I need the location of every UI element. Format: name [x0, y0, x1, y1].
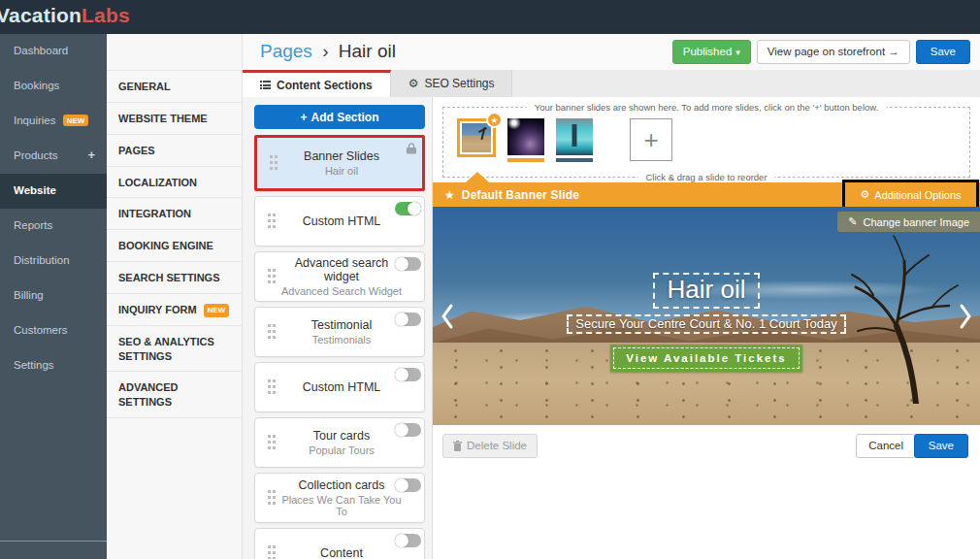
slides-tray-hint-bottom: Click & drag a slide to reorder	[637, 172, 774, 182]
subnav-item[interactable]: SEARCH SETTINGS	[107, 262, 242, 294]
subnav-item[interactable]: SEO & ANALYTICS SETTINGS	[107, 326, 242, 373]
banner-subtitle-editable[interactable]: Secure Your Centre Court & No. 1 Court T…	[567, 314, 845, 334]
subnav-item[interactable]: GENERAL	[107, 71, 242, 103]
sidebar: Dashboard Bookings Inquiries NEW Product…	[0, 34, 107, 559]
lock-icon	[407, 143, 416, 154]
sidebar-item[interactable]: Reports	[0, 209, 107, 244]
tab[interactable]: Content Sections	[243, 70, 391, 97]
change-banner-image-button[interactable]: ✎ Change banner Image	[837, 212, 980, 232]
sidebar-item-label: Reports	[14, 219, 52, 231]
page-header: Pages › Hair oil Published▾ View page on…	[243, 34, 980, 70]
sidebar-item-label: Customers	[14, 324, 68, 336]
slide-thumbnail-planet[interactable]	[507, 118, 544, 155]
drag-handle-icon[interactable]	[268, 214, 271, 216]
drag-handle-icon[interactable]	[268, 490, 271, 493]
plus-icon[interactable]: +	[87, 148, 95, 162]
app-window: VacationLabs Dashboard Bookings Inquirie…	[0, 0, 980, 559]
section-card[interactable]: Banner Slides Hair oil	[254, 135, 425, 191]
sidebar-item[interactable]: Dashboard	[0, 34, 107, 69]
subnav-item-label: PAGES	[118, 145, 155, 156]
published-dropdown-button[interactable]: Published▾	[672, 40, 751, 64]
tab-label: Content Sections	[277, 79, 373, 92]
sidebar-item[interactable]: Settings	[0, 348, 107, 383]
slide-thumbnail-desert[interactable]: ★	[457, 118, 496, 157]
additional-options-button[interactable]: ⚙ Additional Options	[842, 180, 979, 210]
drag-handle-icon[interactable]	[268, 545, 271, 548]
sidebar-divider	[0, 541, 107, 542]
slide-save-button[interactable]: Save	[914, 434, 968, 458]
drag-handle-icon[interactable]	[268, 324, 271, 327]
section-card[interactable]: Tour cards Popular Tours	[254, 417, 425, 468]
subnav-item[interactable]: INTEGRATION	[107, 198, 242, 230]
logo-secondary: Labs	[82, 4, 130, 26]
tab[interactable]: ⚙ SEO Settings	[391, 70, 513, 97]
tab-bar: Content Sections ⚙ SEO Settings	[243, 70, 980, 97]
delete-slide-button[interactable]: Delete Slide	[442, 434, 538, 458]
tab-label: SEO Settings	[424, 77, 494, 90]
section-card-text: Banner Slides Hair oil	[280, 149, 403, 177]
section-visibility-toggle[interactable]	[395, 534, 421, 547]
slide-editor-panel: Your banner slides are shown here. To ad…	[432, 97, 980, 559]
subnav-item[interactable]: WEBSITE THEME	[107, 103, 242, 135]
section-card[interactable]: Custom HTML	[254, 362, 425, 412]
sidebar-item[interactable]: Inquiries NEW	[0, 104, 107, 139]
logo-primary: Vacation	[0, 4, 82, 26]
section-card[interactable]: Advanced search widget Advanced Search W…	[254, 251, 425, 302]
slides-tray-hint-top: Your banner slides are shown here. To ad…	[527, 102, 887, 113]
subnav-item-label: INTEGRATION	[118, 208, 191, 219]
section-visibility-toggle[interactable]	[395, 202, 421, 215]
sidebar-item[interactable]: Website	[0, 174, 107, 209]
section-card-title: Content	[278, 546, 405, 559]
subnav-item[interactable]: ADVANCED SETTINGS	[107, 372, 242, 418]
section-card-title: Collection cards	[278, 478, 405, 492]
sidebar-item[interactable]: Billing	[0, 279, 107, 313]
breadcrumb-separator: ›	[322, 41, 328, 61]
list-icon	[260, 81, 271, 89]
sidebar-item-label: Dashboard	[14, 45, 68, 56]
breadcrumb-pages-link[interactable]: Pages	[260, 41, 312, 61]
subnav-item[interactable]: LOCALIZATION	[107, 167, 242, 199]
settings-subnav-list: GENERAL WEBSITE THEME PAGES LOCALIZATION…	[107, 70, 242, 418]
section-card[interactable]: Testimonial Testimonials	[254, 307, 425, 357]
sidebar-item[interactable]: Distribution	[0, 244, 107, 279]
subnav-item-label: BOOKING ENGINE	[118, 240, 213, 251]
section-card-subtitle: Popular Tours	[278, 444, 405, 456]
section-visibility-toggle[interactable]	[395, 478, 421, 492]
section-visibility-toggle[interactable]	[395, 423, 421, 437]
drag-handle-icon[interactable]	[268, 269, 271, 272]
banner-title-editable[interactable]: Hair oil	[653, 273, 761, 309]
section-card[interactable]: Collection cards Places We Can Take You …	[254, 473, 425, 523]
section-card[interactable]: Content	[254, 528, 425, 559]
section-visibility-toggle[interactable]	[395, 312, 421, 326]
page-save-button[interactable]: Save	[916, 40, 970, 64]
section-visibility-toggle[interactable]	[395, 257, 421, 271]
new-badge: NEW	[204, 304, 230, 317]
section-card-title: Banner Slides	[280, 149, 403, 163]
slide-bar-title: Default Banner Slide	[462, 188, 579, 202]
content-area: +Add Section Banner Slides Hair oil	[243, 97, 980, 559]
slide-thumbnails: ★	[457, 118, 593, 157]
view-storefront-button[interactable]: View page on storefront →	[757, 40, 910, 64]
cancel-button[interactable]: Cancel	[856, 434, 916, 458]
section-visibility-toggle[interactable]	[395, 368, 421, 381]
sidebar-item[interactable]: Bookings	[0, 69, 107, 104]
add-slide-button[interactable]: +	[630, 118, 672, 161]
settings-subnav: GENERAL WEBSITE THEME PAGES LOCALIZATION…	[107, 34, 243, 559]
drag-handle-icon[interactable]	[270, 155, 273, 158]
sidebar-item[interactable]: Products +	[0, 139, 107, 174]
slide-thumbnail-tower[interactable]	[556, 118, 593, 155]
section-card-title: Custom HTML	[278, 380, 405, 394]
section-card-subtitle: Hair oil	[280, 165, 403, 177]
subnav-item[interactable]: BOOKING ENGINE	[107, 230, 242, 262]
main-area: Pages › Hair oil Published▾ View page on…	[243, 34, 980, 559]
subnav-item[interactable]: INQUIRY FORM NEW	[107, 294, 242, 326]
subnav-item[interactable]: PAGES	[107, 135, 242, 167]
banner-cta-button[interactable]: View Available Tickets	[610, 345, 801, 372]
add-section-button[interactable]: +Add Section	[254, 105, 425, 129]
sidebar-item[interactable]: Customers	[0, 313, 107, 348]
drag-handle-icon[interactable]	[268, 435, 271, 438]
section-card[interactable]: Custom HTML	[254, 196, 425, 247]
drag-handle-icon[interactable]	[268, 379, 271, 382]
breadcrumb: Pages › Hair oil	[260, 41, 396, 62]
sidebar-item-label: Billing	[14, 289, 44, 301]
